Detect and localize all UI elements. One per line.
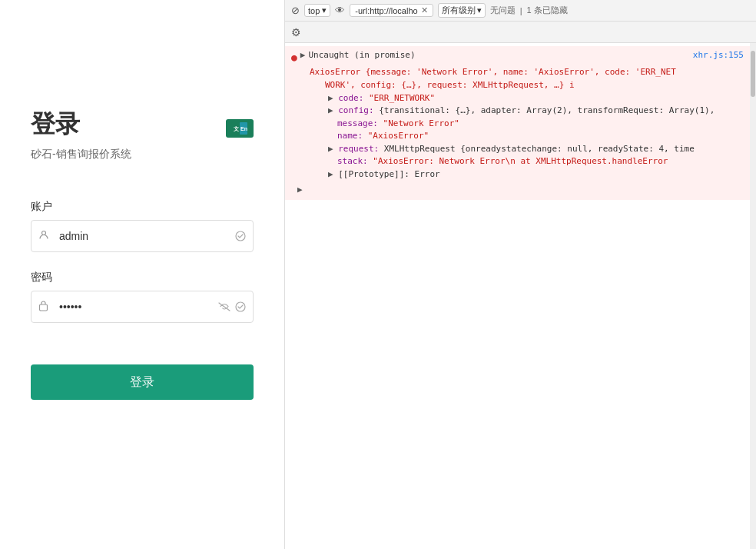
password-field-group: 密码 xyxy=(31,271,254,341)
devtools-panel: ⊘ top ▾ 👁 -url:http://localho ✕ 所有级别 ▾ 无… xyxy=(284,0,756,549)
bottom-expand-arrow[interactable]: ▶ xyxy=(291,184,744,197)
prototype-label: [[Prototype]]: xyxy=(338,169,410,179)
password-input-wrapper xyxy=(31,291,254,323)
message-key: message: xyxy=(337,118,383,128)
svg-text:En: En xyxy=(240,126,247,131)
error-header: ● ▶ Uncaught (in promise) xhr.js:155 xyxy=(291,49,744,65)
devtools-content: ● ▶ Uncaught (in promise) xhr.js:155 Axi… xyxy=(285,43,750,549)
url-filter-text: -url:http://localho xyxy=(355,6,417,15)
stack-value: "AxiosError: Network Error\n at XMLHttpR… xyxy=(373,156,668,166)
message-value: "Network Error" xyxy=(383,118,459,128)
no-issues-label: 无问题 xyxy=(490,5,516,16)
config-value: {transitional: {…}, adapter: Array(2), t… xyxy=(379,105,715,115)
settings-gear-icon[interactable]: ⚙ xyxy=(291,26,301,38)
level-filter[interactable]: 所有级别 ▾ xyxy=(438,3,486,18)
error-expand-icon[interactable]: ▶ xyxy=(300,49,306,62)
error-main-text: Uncaught (in promise) xyxy=(308,49,689,62)
prototype-line: ▶ [[Prototype]]: Error xyxy=(319,168,744,181)
hidden-count-label: 1 条已隐藏 xyxy=(526,5,567,16)
config-key: config: xyxy=(338,105,379,115)
svg-point-4 xyxy=(42,231,46,235)
uncaught-text: Uncaught (in promise) xyxy=(308,50,415,60)
block-icon[interactable]: ⊘ xyxy=(291,5,300,16)
code-value: "ERR_NETWORK" xyxy=(369,93,435,103)
stack-key: stack: xyxy=(337,156,373,166)
error-axios-line2: WORK', config: {…}, request: XMLHttpRequ… xyxy=(291,78,744,92)
error-source-link[interactable]: xhr.js:155 xyxy=(693,49,744,62)
svg-rect-6 xyxy=(40,304,48,311)
visibility-icon[interactable]: 👁 xyxy=(335,5,345,16)
frame-label: top xyxy=(308,6,320,15)
axios-line2-text: WORK', config: {…}, request: XMLHttpRequ… xyxy=(325,80,575,90)
account-field-group: 账户 xyxy=(31,200,254,271)
frame-dropdown-icon: ▾ xyxy=(322,5,327,15)
lock-icon xyxy=(38,300,48,314)
prototype-expand[interactable]: ▶ xyxy=(328,169,333,179)
config-expand[interactable]: ▶ xyxy=(328,105,333,115)
frame-selector[interactable]: top ▾ xyxy=(304,4,330,17)
config-line: ▶ config: {transitional: {…}, adapter: A… xyxy=(319,105,744,118)
svg-point-5 xyxy=(236,231,245,241)
eye-slash-icon[interactable] xyxy=(218,302,230,311)
svg-text:文: 文 xyxy=(234,125,239,131)
axios-line1-text: AxiosError {message: 'Network Error', na… xyxy=(310,67,676,77)
url-filter-clear[interactable]: ✕ xyxy=(421,5,428,15)
user-icon xyxy=(38,230,49,243)
devtools-settings-bar: ⚙ xyxy=(285,22,756,43)
request-expand[interactable]: ▶ xyxy=(328,144,333,154)
devtools-content-wrapper: ● ▶ Uncaught (in promise) xhr.js:155 Axi… xyxy=(285,43,756,549)
svg-point-7 xyxy=(236,302,245,311)
error-axios-line1: AxiosError {message: 'Network Error', na… xyxy=(291,65,744,79)
translate-button[interactable]: 文 En xyxy=(226,119,254,138)
request-value: XMLHttpRequest {onreadystatechange: null… xyxy=(384,144,695,154)
login-button[interactable]: 登录 xyxy=(31,364,254,400)
request-line: ▶ request: XMLHttpRequest {onreadystatec… xyxy=(319,143,744,156)
vertical-scrollbar[interactable] xyxy=(750,43,756,549)
account-input[interactable] xyxy=(31,220,254,252)
password-check-icon xyxy=(235,301,246,312)
level-filter-label: 所有级别 xyxy=(442,5,476,16)
account-label: 账户 xyxy=(31,200,254,214)
prototype-key: [[Prototype]]: xyxy=(338,169,414,179)
login-title: 登录 xyxy=(31,108,254,141)
separator: | xyxy=(520,6,522,15)
devtools-toolbar: ⊘ top ▾ 👁 -url:http://localho ✕ 所有级别 ▾ 无… xyxy=(285,0,756,22)
error-circle-icon: ● xyxy=(291,50,297,65)
prototype-value: Error xyxy=(415,169,440,179)
code-key: code: xyxy=(338,93,369,103)
name-key: name: xyxy=(337,131,368,141)
code-line: ▶ code: "ERR_NETWORK" xyxy=(319,92,744,105)
level-filter-arrow: ▾ xyxy=(477,5,482,15)
name-line: name: "AxiosError" xyxy=(319,130,744,143)
code-expand[interactable]: ▶ xyxy=(328,93,333,103)
request-key: request: xyxy=(338,144,384,154)
login-subtitle: 砂石-销售询报价系统 xyxy=(31,148,254,161)
password-icons xyxy=(218,301,246,312)
scrollbar-thumb[interactable] xyxy=(751,51,755,97)
password-label: 密码 xyxy=(31,271,254,284)
login-panel: 登录 文 En 砂石-销售询报价系统 账户 xyxy=(0,0,284,549)
account-input-wrapper xyxy=(31,220,254,252)
error-details: ▶ code: "ERR_NETWORK" ▶ config: {transit… xyxy=(291,92,744,181)
name-value: "AxiosError" xyxy=(368,131,429,141)
url-filter[interactable]: -url:http://localho ✕ xyxy=(350,4,433,17)
account-check-icon xyxy=(235,231,246,241)
stack-line: stack: "AxiosError: Network Error\n at X… xyxy=(319,155,744,168)
error-entry: ● ▶ Uncaught (in promise) xhr.js:155 Axi… xyxy=(285,46,750,200)
message-line: message: "Network Error" xyxy=(319,118,744,131)
